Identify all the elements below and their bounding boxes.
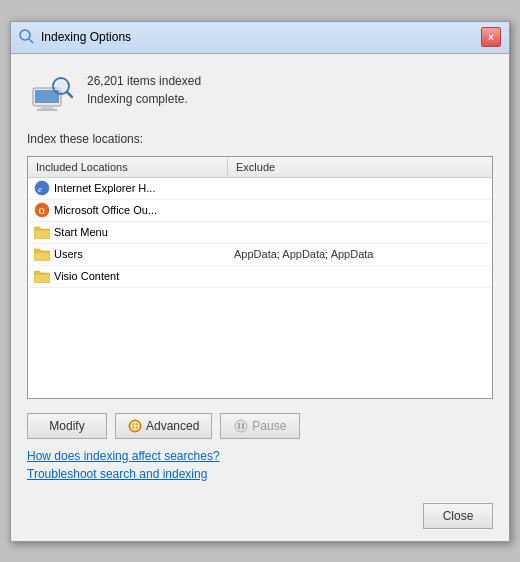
row-exclude-text [228,186,492,190]
buttons-section: Modify Advanced Pause [27,409,493,439]
folder-icon [34,269,50,283]
troubleshoot-link[interactable]: Troubleshoot search and indexing [27,467,493,481]
close-title-button[interactable]: × [481,27,501,47]
indexing-status: Indexing complete. [87,92,201,106]
row-exclude-text: AppData; AppData; AppData [228,246,492,262]
row-name: Start Menu [28,223,228,241]
svg-text:O: O [39,207,45,216]
advanced-button[interactable]: Advanced [115,413,212,439]
title-bar: Indexing Options × [11,22,509,54]
dialog-content: 26,201 items indexed Indexing complete. … [11,54,509,495]
svg-rect-19 [242,423,244,429]
svg-rect-18 [238,423,240,429]
dialog-title: Indexing Options [41,30,131,44]
ie-icon: e [34,180,50,196]
table-row[interactable]: Visio Content [28,266,492,288]
svg-line-7 [67,92,72,97]
row-name: O Microsoft Office Ou... [28,200,228,220]
svg-point-17 [235,420,247,432]
modify-button[interactable]: Modify [27,413,107,439]
svg-point-0 [20,30,30,40]
row-name: Users [28,245,228,263]
links-section: How does indexing affect searches? Troub… [27,449,493,481]
indexing-options-dialog: Indexing Options × 26,20 [10,21,510,542]
header-text: 26,201 items indexed Indexing complete. [87,68,201,106]
table-row[interactable]: Start Menu [28,222,492,244]
row-name-text: Internet Explorer H... [54,182,156,194]
table-body[interactable]: e Internet Explorer H... O Microsoft Off… [28,178,492,398]
row-name: Visio Content [28,267,228,285]
locations-table: Included Locations Exclude e Internet Ex… [27,156,493,399]
svg-text:e: e [38,184,42,194]
row-name-text: Start Menu [54,226,108,238]
close-button[interactable]: Close [423,503,493,529]
search-icon-container [27,68,75,116]
svg-line-1 [29,39,33,43]
svg-point-8 [56,81,66,91]
folder-icon [34,225,50,239]
row-name: e Internet Explorer H... [28,178,228,198]
office-icon: O [34,202,50,218]
pause-button[interactable]: Pause [220,413,300,439]
table-row[interactable]: UsersAppData; AppData; AppData [28,244,492,266]
row-exclude-text [228,274,492,278]
header-section: 26,201 items indexed Indexing complete. [27,68,493,122]
indexing-icon [29,70,73,114]
advanced-icon [128,419,142,433]
column-exclude: Exclude [228,157,492,177]
svg-rect-4 [41,106,53,109]
items-count: 26,201 items indexed [87,74,201,88]
folder-icon [34,247,50,261]
dialog-icon [19,29,35,45]
table-row[interactable]: O Microsoft Office Ou... [28,200,492,222]
row-exclude-text [228,230,492,234]
column-included: Included Locations [28,157,228,177]
row-exclude-text [228,208,492,212]
table-header: Included Locations Exclude [28,157,492,178]
section-label: Index these locations: [27,132,493,146]
svg-rect-5 [37,109,57,111]
indexing-affect-link[interactable]: How does indexing affect searches? [27,449,493,463]
footer: Close [11,495,509,541]
title-bar-left: Indexing Options [19,29,131,45]
pause-icon [234,419,248,433]
row-name-text: Users [54,248,83,260]
table-row[interactable]: e Internet Explorer H... [28,178,492,200]
row-name-text: Microsoft Office Ou... [54,204,157,216]
row-name-text: Visio Content [54,270,119,282]
